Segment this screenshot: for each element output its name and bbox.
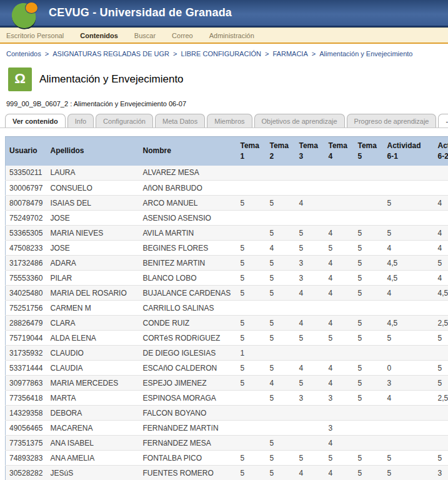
nav-item-escritorio-personal[interactable]: Escritorio Personal [6,32,64,39]
cell-grade: 5 [354,466,384,480]
column-header-tema-2[interactable]: Tema2 [266,137,296,166]
cell-apellidos: DEBORA [47,406,139,421]
tab-info[interactable]: Info [67,114,94,128]
cell-grade [354,421,384,436]
cell-grade: 3 [384,376,434,391]
table-row: 53365305MARIA NIEVESAVILA MARTIN554554 [6,226,448,241]
column-header-actividad-6-1[interactable]: Actividad6-1 [384,137,434,166]
breadcrumb-item-asignaturas-regladas-de-ugr[interactable]: ASIGNATURAS REGLADAS DE UGR [52,50,169,58]
column-sublabel: 5 [358,151,384,162]
cell-usuario: 53350211 [6,166,47,181]
cell-grade: 4 [325,226,354,241]
column-header-tema-3[interactable]: Tema3 [296,137,325,166]
cell-grade: 5 [296,331,325,346]
cell-apellidos: MARTA [47,391,139,406]
cell-nombre: ESPEJO JIMENEZ [139,376,237,391]
nav-item-contenidos[interactable]: Contenidos [80,32,118,39]
table-row: 47508233JOSEBEGINES FLORES5455544 [6,241,448,256]
cell-usuario: 53365305 [6,226,47,241]
cell-grade: 5 [266,286,296,301]
cell-nombre: FUENTES ROMERO [139,466,237,480]
table-row: 80078479ISAIAS DELARCO MANUEL55454 [6,196,448,211]
cell-nombre: CONDE RUIZ [139,316,237,331]
breadcrumb-item-alimentaci-n-y-envejecimiento[interactable]: Alimentación y Envejecimiento [319,50,412,58]
cell-nombre: CORTéS RODRíGUEZ [139,331,237,346]
nav-item-buscar[interactable]: Buscar [134,32,156,39]
cell-nombre: ESCAñO CALDERON [139,361,237,376]
cell-grade [237,406,266,421]
cell-usuario: 77351375 [6,436,47,451]
cell-grade [434,181,448,196]
cell-grade [266,406,296,421]
cell-nombre: FERNáNDEZ MARTíN [139,421,237,436]
cell-grade: 4 [434,226,448,241]
cell-grade: 5 [434,256,448,271]
cell-apellidos: CARMEN M [47,301,139,316]
column-label: Tema [270,141,296,151]
cell-grade: 5 [325,451,354,466]
cell-nombre: ASENSIO ASENSIO [139,211,237,226]
cell-grade: 5 [237,376,266,391]
column-header-nombre[interactable]: Nombre [139,137,237,166]
nav-item-administraci-n[interactable]: Administración [209,32,254,39]
cell-grade [296,436,325,451]
cell-grade: 5 [266,466,296,480]
tab-ver-contenido[interactable]: Ver contenido [5,114,66,128]
cell-grade: 5 [266,436,296,451]
cell-grade: 5 [296,451,325,466]
cell-grade: 3 [325,421,354,436]
cell-grade [296,181,325,196]
cell-grade: 5 [354,271,384,286]
tab-bar: Ver contenidoInfoConfiguraciónMeta Datos… [0,109,448,128]
cell-grade: 4 [296,316,325,331]
tab-progreso-de-aprendizaje[interactable]: Progreso de aprendizaje [347,114,437,128]
cell-apellidos: JESúS [47,466,139,480]
cell-grade: 4 [434,196,448,211]
cell-apellidos: MARIA DEL ROSARIO [47,286,139,301]
grades-table-header-row: UsuarioApellidosNombreTema1Tema2Tema3Tem… [6,137,448,166]
breadcrumb-item-farmacia[interactable]: FARMACIA [273,50,308,58]
column-header-actividad-6-2[interactable]: Actividad6-2 [434,137,448,166]
nav-item-correo[interactable]: Correo [172,32,193,39]
cell-grade [384,406,434,421]
table-row: 74893283ANA AMELIAFONTALBA PICO5555555 [6,451,448,466]
column-header-tema-4[interactable]: Tema4 [325,137,354,166]
breadcrumb-item-libre-configuraci-n[interactable]: LIBRE CONFIGURACIÓN [181,50,261,58]
table-row: 77356418MARTAESPINOSA MORAGA533542,5 [6,391,448,406]
column-label: Tema [358,141,384,151]
cell-grade: 5 [384,466,434,480]
cell-grade [354,406,384,421]
tab-meta-datos[interactable]: Meta Datos [155,114,205,128]
cell-usuario: 30528282 [6,466,47,480]
cell-grade [384,166,434,181]
cell-grade: 5 [434,361,448,376]
column-label: Apellidos [51,146,139,156]
tab-exercise-tracking[interactable]: -exercise_tracking- [438,114,448,128]
table-row: 53350211LAURAALVAREZ MESA [6,166,448,181]
cell-grade: 4 [266,241,296,256]
table-row: 75719044ALDA ELENACORTéS RODRíGUEZ555555… [6,331,448,346]
cell-grade: 4 [325,256,354,271]
breadcrumb-item-contenidos[interactable]: Contenidos [6,50,41,58]
cell-grade: 4 [325,361,354,376]
cell-grade: 5 [237,466,266,480]
cell-grade: 5 [266,196,296,211]
cell-grade: 5 [296,226,325,241]
cell-grade: 5 [266,391,296,406]
cell-apellidos: JOSE [47,241,139,256]
column-sublabel: 1 [241,151,266,162]
column-header-apellidos[interactable]: Apellidos [47,137,139,166]
cell-grade [384,301,434,316]
tab-objetivos-de-aprendizaje[interactable]: Objetivos de aprendizaje [254,114,345,128]
column-header-tema-5[interactable]: Tema5 [354,137,384,166]
cell-grade: 5 [296,376,325,391]
tab-configuraci-n[interactable]: Configuración [96,114,153,128]
column-header-tema-1[interactable]: Tema1 [237,137,266,166]
cell-grade [266,166,296,181]
cell-usuario: 30977863 [6,376,47,391]
tab-miembros[interactable]: Miembros [207,114,252,128]
column-header-usuario[interactable]: Usuario [6,137,47,166]
cell-nombre: FERNáNDEZ MESA [139,436,237,451]
cell-grade [325,211,354,226]
column-sublabel: 2 [270,151,296,162]
